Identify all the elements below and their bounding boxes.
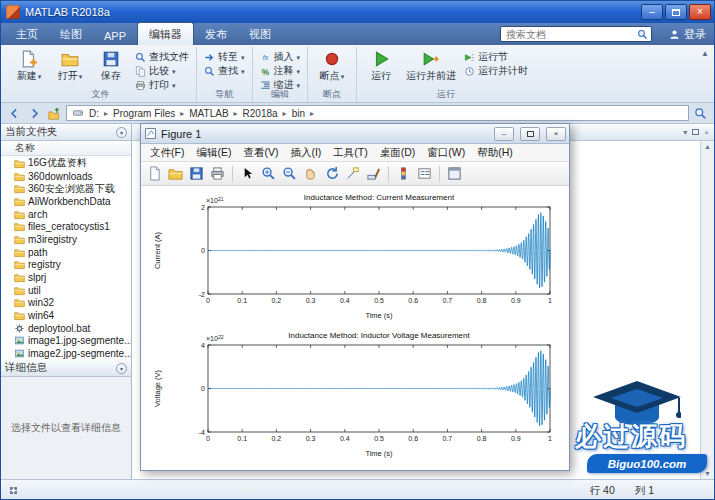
find-button[interactable]: 查找▾ bbox=[204, 65, 245, 77]
menu-tools[interactable]: 工具(T) bbox=[327, 146, 373, 160]
figure-title-bar[interactable]: Figure 1 – × bbox=[141, 124, 569, 144]
file-row[interactable]: files_ceratocystis1 bbox=[1, 220, 131, 233]
scroll-down-icon[interactable]: ▼ bbox=[704, 470, 711, 477]
tab-plots[interactable]: 绘图 bbox=[49, 23, 93, 45]
insert-button[interactable]: 插入▾ bbox=[260, 51, 301, 63]
close-icon[interactable]: × bbox=[704, 128, 709, 137]
insert-legend-button[interactable] bbox=[415, 164, 434, 183]
compare-button[interactable]: 比较▾ bbox=[135, 65, 189, 77]
tab-publish[interactable]: 发布 bbox=[194, 23, 238, 45]
maximize-button[interactable] bbox=[665, 4, 687, 20]
file-row[interactable]: win64 bbox=[1, 309, 131, 322]
svg-text:0.8: 0.8 bbox=[477, 297, 487, 304]
menu-file[interactable]: 文件(F) bbox=[144, 146, 190, 160]
crumb-program-files[interactable]: Program Files bbox=[113, 108, 175, 119]
rotate-3d-button[interactable] bbox=[322, 164, 341, 183]
menu-desktop[interactable]: 桌面(D) bbox=[374, 146, 422, 160]
tab-editor[interactable]: 编辑器 bbox=[137, 22, 194, 45]
name-column-header[interactable]: 名称 bbox=[1, 141, 131, 156]
file-row[interactable]: AliWorkbenchData bbox=[1, 195, 131, 208]
file-row[interactable]: image1.jpg-segmente... bbox=[1, 335, 131, 348]
open-button[interactable]: 打开▾ bbox=[53, 48, 87, 83]
file-row[interactable]: image2.jpg-segmente... bbox=[1, 347, 131, 360]
status-grid-icon[interactable] bbox=[9, 486, 18, 495]
pan-button[interactable] bbox=[301, 164, 320, 183]
open-file-button[interactable] bbox=[166, 164, 185, 183]
collapse-ribbon-button[interactable]: ▲ bbox=[701, 49, 709, 58]
run-time-button[interactable]: 运行并计时 bbox=[464, 65, 528, 77]
run-advance-button[interactable]: 运行并前进 bbox=[405, 48, 457, 83]
crumb-bin[interactable]: bin bbox=[292, 108, 305, 119]
brush-button[interactable] bbox=[364, 164, 383, 183]
menu-help[interactable]: 帮助(H) bbox=[471, 146, 519, 160]
dock-icon[interactable] bbox=[692, 129, 699, 135]
figure-close-button[interactable]: × bbox=[546, 127, 566, 141]
menu-edit[interactable]: 编辑(E) bbox=[190, 146, 237, 160]
svg-text:0.5: 0.5 bbox=[374, 435, 384, 442]
menu-window[interactable]: 窗口(W) bbox=[421, 146, 471, 160]
file-row[interactable]: util bbox=[1, 284, 131, 297]
back-button[interactable] bbox=[6, 105, 23, 122]
crumb-drive[interactable]: D: bbox=[89, 108, 99, 119]
goto-button[interactable]: 转至▾ bbox=[204, 51, 245, 63]
folder-icon bbox=[14, 297, 25, 308]
browse-folder-button[interactable] bbox=[46, 105, 63, 122]
edit-plot-button[interactable] bbox=[238, 164, 257, 183]
sign-in-button[interactable]: 登录 bbox=[669, 27, 706, 42]
crumb-matlab[interactable]: MATLAB bbox=[189, 108, 228, 119]
figure-minimize-button[interactable]: – bbox=[494, 127, 514, 141]
find-files-button[interactable]: 查找文件 bbox=[135, 51, 189, 63]
scroll-up-icon[interactable]: ▲ bbox=[704, 143, 711, 150]
search-icon[interactable] bbox=[637, 29, 648, 40]
chevron-down-icon[interactable]: ▾ bbox=[683, 128, 687, 137]
run-section-button[interactable]: 运行节 bbox=[464, 51, 528, 63]
figure-maximize-button[interactable] bbox=[520, 127, 540, 141]
file-row[interactable]: 360downloads bbox=[1, 170, 131, 183]
comment-button[interactable]: 注释▾ bbox=[260, 65, 301, 77]
data-cursor-button[interactable] bbox=[343, 164, 362, 183]
run-button[interactable]: 运行 bbox=[364, 48, 398, 83]
breadcrumb[interactable]: D: ▸ Program Files ▸ MATLAB ▸ R2018a ▸ b… bbox=[66, 105, 689, 121]
figure-window[interactable]: Figure 1 – × 文件(F) 编辑(E) 查看(V) 插入(I) 工具(… bbox=[140, 123, 570, 471]
save-figure-button[interactable] bbox=[187, 164, 206, 183]
print-figure-button[interactable] bbox=[208, 164, 227, 183]
file-row[interactable]: slprj bbox=[1, 271, 131, 284]
minimize-button[interactable]: – bbox=[641, 4, 663, 20]
zoom-out-button[interactable] bbox=[280, 164, 299, 183]
forward-arrow-icon bbox=[28, 107, 41, 120]
file-row[interactable]: 16G优盘资料 bbox=[1, 157, 131, 170]
menu-view[interactable]: 查看(V) bbox=[237, 146, 284, 160]
voltage-measurement-plot[interactable]: 00.10.20.30.40.50.60.70.80.91-404Inducta… bbox=[150, 328, 560, 460]
file-row[interactable]: path bbox=[1, 246, 131, 259]
search-folder-button[interactable] bbox=[692, 105, 709, 122]
panel-menu-button[interactable]: ▾ bbox=[116, 127, 127, 138]
tab-apps[interactable]: APP bbox=[93, 26, 137, 45]
panel-menu-button[interactable]: ▾ bbox=[116, 363, 127, 374]
file-row[interactable]: win32 bbox=[1, 297, 131, 310]
tab-view[interactable]: 视图 bbox=[238, 23, 282, 45]
current-measurement-plot[interactable]: 00.10.20.30.40.50.60.70.80.91-202Inducta… bbox=[150, 190, 560, 322]
chevron-down-icon: ▾ bbox=[297, 68, 301, 75]
file-row[interactable]: deploytool.bat bbox=[1, 322, 131, 335]
new-figure-button[interactable] bbox=[145, 164, 164, 183]
new-button[interactable]: 新建▾ bbox=[12, 48, 46, 83]
menu-insert[interactable]: 插入(I) bbox=[284, 146, 327, 160]
file-row[interactable]: m3iregistry bbox=[1, 233, 131, 246]
dock-figure-button[interactable] bbox=[445, 164, 464, 183]
tab-home[interactable]: 主页 bbox=[5, 23, 49, 45]
doc-search-input[interactable] bbox=[504, 28, 635, 41]
file-row[interactable]: 360安全浏览器下载 bbox=[1, 182, 131, 195]
image-file-icon bbox=[14, 348, 25, 359]
vertical-scrollbar[interactable]: ▲ ▼ bbox=[700, 141, 714, 479]
close-button[interactable]: × bbox=[689, 4, 711, 20]
insert-colorbar-button[interactable] bbox=[394, 164, 413, 183]
current-folder-panel: 当前文件夹 ▾ 名称 16G优盘资料 360downloads 360安全浏览器… bbox=[1, 124, 132, 479]
zoom-in-button[interactable] bbox=[259, 164, 278, 183]
breakpoints-button[interactable]: 断点▾ bbox=[315, 48, 349, 83]
save-button[interactable]: 保存 bbox=[94, 48, 128, 83]
file-row[interactable]: arch bbox=[1, 208, 131, 221]
crumb-r2018a[interactable]: R2018a bbox=[243, 108, 278, 119]
brush-icon bbox=[366, 166, 381, 181]
file-row[interactable]: registry bbox=[1, 259, 131, 272]
forward-button[interactable] bbox=[26, 105, 43, 122]
